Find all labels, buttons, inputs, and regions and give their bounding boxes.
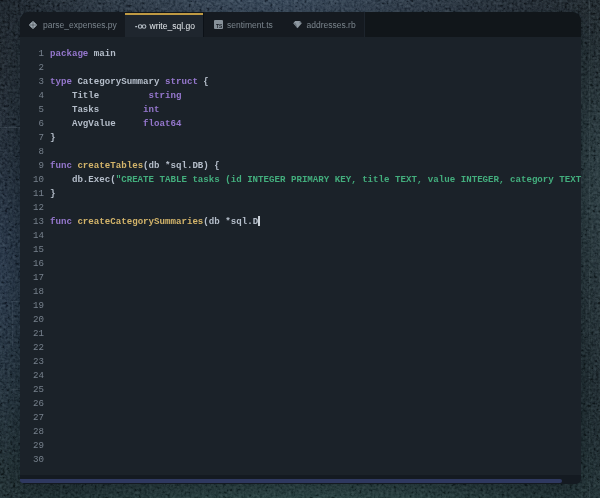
svg-text:TS: TS xyxy=(216,24,223,29)
